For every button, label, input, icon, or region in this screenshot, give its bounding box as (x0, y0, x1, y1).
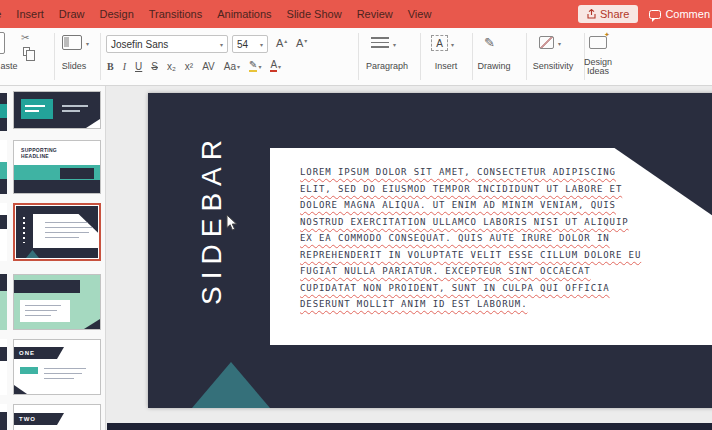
strikethrough-button[interactable]: S (151, 61, 158, 72)
caret-up-icon: ▴ (284, 37, 287, 44)
cut-icon[interactable]: ✂ (21, 32, 29, 43)
font-name-select[interactable]: Josefin Sans ▾ (106, 35, 228, 53)
increase-font-size-button[interactable]: A▴ (276, 37, 287, 49)
slide-thumbnail-5[interactable]: ONE (13, 339, 101, 395)
chevron-down-icon[interactable]: ▾ (393, 41, 396, 48)
insert-group-label[interactable]: Insert (424, 61, 468, 71)
slide-thumbnail-1[interactable] (13, 91, 101, 129)
ribbon-toolbar: aste ✂ ▾ Slides Josefin Sans ▾ 54 ▾ A▴ A… (0, 28, 712, 86)
slide-body-textbox[interactable]: LOREM IPSUM DOLOR SIT AMET, CONSECTETUR … (270, 148, 712, 345)
thumbnail-headline-text: SUPPORTING HEADLINE (21, 147, 79, 159)
pencil-icon[interactable]: ✎ (484, 35, 495, 50)
titlebar-right-actions: Share Commen (578, 0, 712, 28)
comments-button[interactable]: Commen (649, 8, 710, 20)
sensitivity-badge-icon[interactable] (539, 36, 554, 49)
status-bar (107, 423, 712, 430)
share-button[interactable]: Share (578, 5, 638, 23)
highlight-color-button[interactable]: ✎ ▾ (249, 60, 261, 72)
text-box-icon[interactable]: A (431, 35, 448, 51)
chevron-down-icon[interactable]: ▾ (451, 41, 454, 48)
font-format-row: B I U S x₂ x² AV Aa ▾ ✎ ▾ A ▾ (107, 60, 281, 72)
thumbnail-banner: ONE (14, 347, 64, 359)
copy-icon[interactable] (23, 47, 30, 56)
slide-canvas-area: SIDEBAR LOREM IPSUM DOLOR SIT AMET, CONS… (107, 86, 712, 430)
underline-button[interactable]: U (135, 61, 142, 72)
font-size-select[interactable]: 54 ▾ (232, 35, 268, 53)
tab-animations[interactable]: Animations (217, 8, 271, 20)
paste-icon[interactable] (0, 32, 5, 54)
slide-thumbnail-4[interactable] (13, 274, 101, 330)
slide-thumbnail-3-selected[interactable] (13, 203, 101, 261)
group-divider (358, 33, 359, 80)
share-icon (587, 9, 596, 19)
tab-design[interactable]: Design (100, 8, 134, 20)
slide-body-text: LOREM IPSUM DOLOR SIT AMET, CONSECTETUR … (300, 164, 641, 313)
change-case-button[interactable]: Aa ▾ (224, 61, 240, 72)
paragraph-group-label[interactable]: Paragraph (358, 61, 416, 71)
powerpoint-window: Home Insert Draw Design Transitions Anim… (0, 0, 712, 430)
paste-button-label[interactable]: aste (0, 61, 24, 71)
chevron-down-icon: ▾ (260, 41, 263, 48)
drawing-group-label[interactable]: Drawing (468, 61, 520, 71)
tab-review[interactable]: Review (357, 8, 393, 20)
main-area: SUPPORTING HEADLINE (0, 86, 712, 430)
italic-button[interactable]: I (123, 61, 126, 72)
thumbnail-accent-block (21, 99, 53, 119)
slide-vertical-title[interactable]: SIDEBAR (196, 133, 228, 305)
highlighter-icon: ✎ (249, 60, 257, 72)
tab-draw[interactable]: Draw (59, 8, 85, 20)
mouse-cursor-icon (226, 214, 239, 232)
superscript-button[interactable]: x² (185, 61, 193, 72)
slide-thumbnail-2[interactable]: SUPPORTING HEADLINE (13, 140, 101, 194)
bold-button[interactable]: B (107, 61, 114, 72)
thumbnail-edge-fragment (0, 404, 7, 430)
slide-thumbnail-panel: SUPPORTING HEADLINE (0, 86, 106, 430)
thumbnail-edge-fragment (0, 140, 7, 194)
subscript-button[interactable]: x₂ (167, 61, 176, 72)
tab-transitions[interactable]: Transitions (149, 8, 202, 20)
group-divider (54, 33, 55, 80)
tab-view[interactable]: View (408, 8, 432, 20)
chevron-down-icon: ▾ (258, 63, 261, 70)
comment-bubble-icon (649, 10, 661, 19)
slide-thumbnail-6[interactable]: TWO (13, 404, 101, 430)
group-divider (472, 33, 473, 80)
ribbon-tab-bar: Home Insert Draw Design Transitions Anim… (0, 0, 712, 28)
new-slide-icon[interactable] (62, 35, 82, 50)
thumbnail-edge-fragment (0, 203, 7, 261)
chevron-down-icon: ▾ (220, 41, 223, 48)
group-divider (100, 33, 101, 80)
decrease-font-size-button[interactable]: A▾ (296, 37, 307, 49)
chevron-down-icon: ▾ (304, 37, 307, 44)
thumbnail-edge-fragment (0, 274, 7, 330)
slide-teal-triangle (192, 362, 270, 408)
group-divider (526, 33, 527, 80)
chevron-down-icon: ▾ (278, 63, 281, 70)
paragraph-lines-icon[interactable] (371, 37, 389, 50)
thumbnail-edge-fragment (0, 93, 7, 131)
font-color-button[interactable]: A ▾ (270, 60, 281, 72)
thumbnail-edge-fragment (0, 339, 7, 395)
tab-insert[interactable]: Insert (16, 8, 44, 20)
chevron-down-icon: ▾ (237, 63, 240, 70)
design-ideas-label[interactable]: Design Ideas (576, 58, 620, 76)
tab-home[interactable]: Home (0, 8, 1, 20)
ribbon-tabs: Home Insert Draw Design Transitions Anim… (0, 8, 431, 20)
character-spacing-button[interactable]: AV (202, 61, 215, 72)
sensitivity-group-label[interactable]: Sensitivity (524, 61, 582, 71)
sparkle-icon: ✦ (604, 31, 610, 39)
chevron-down-icon[interactable]: ▾ (558, 40, 561, 47)
slides-button-label[interactable]: Slides (56, 61, 92, 71)
thumbnail-banner: TWO (14, 413, 64, 425)
group-divider (420, 33, 421, 80)
current-slide[interactable]: SIDEBAR LOREM IPSUM DOLOR SIT AMET, CONS… (148, 93, 712, 408)
chevron-down-icon[interactable]: ▾ (86, 40, 89, 47)
tab-slide-show[interactable]: Slide Show (287, 8, 342, 20)
